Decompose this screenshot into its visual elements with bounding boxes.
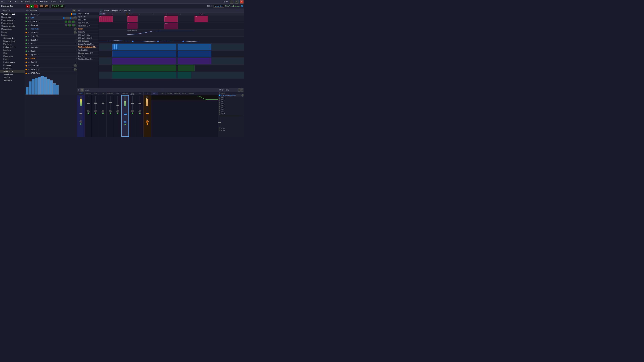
channel-row-closehat[interactable]: 8 Close..at #4 T <box>25 20 77 23</box>
knob[interactable] <box>74 31 77 34</box>
mixer-strip-kick[interactable] <box>92 95 99 137</box>
bpm-display[interactable]: 128.000 <box>38 4 50 8</box>
fx-radio-active[interactable] <box>219 94 220 96</box>
mixer-strip-wood[interactable] <box>129 95 136 137</box>
block-clap-1[interactable] <box>112 58 176 64</box>
instrument-sfx-cym[interactable]: SFX Cym Noisy <box>77 33 99 36</box>
step-btn[interactable] <box>73 24 74 26</box>
play-btn[interactable]: ▶ <box>30 4 34 8</box>
sidebar-item-plugin-presets[interactable]: Plugin presets <box>0 21 25 24</box>
fader-handle[interactable] <box>102 103 104 104</box>
fx-radio[interactable] <box>219 99 220 100</box>
sidebar-item-current-project[interactable]: Current project <box>0 12 25 15</box>
step-btn[interactable] <box>70 17 71 19</box>
channel-row-crash2[interactable]: 30 Crash #2 + <box>25 60 77 64</box>
block-clap-2[interactable] <box>178 58 211 64</box>
fader-handle-r2[interactable] <box>219 122 221 123</box>
fx-radio[interactable] <box>219 111 220 113</box>
step-btn[interactable] <box>74 24 76 26</box>
sidebar-item-project-bones[interactable]: Project bones <box>0 61 25 64</box>
block-vocaldist-1[interactable]: V... <box>128 23 138 29</box>
sidebar-item-rendered[interactable]: Rendered <box>0 67 25 70</box>
step-btn[interactable] <box>66 24 68 26</box>
step-btn[interactable] <box>66 17 67 19</box>
fx-radio[interactable] <box>219 97 220 98</box>
volume-knob[interactable] <box>94 110 97 113</box>
fx-radio[interactable] <box>219 109 220 111</box>
channel-row-noisembal[interactable]: 6 Nois..mbal T <box>25 45 77 49</box>
mixer-strip-bassline[interactable] <box>144 95 151 137</box>
step-btn[interactable] <box>71 17 72 19</box>
mixer-ch-wood[interactable]: Wood <box>158 92 166 95</box>
channel-rack-all-btn[interactable]: All <box>72 9 76 12</box>
volume-knob[interactable] <box>131 110 134 113</box>
fx-power-knob[interactable] <box>242 94 244 96</box>
menu-patterns[interactable]: PATTERNS <box>21 0 31 3</box>
instrument-fls-gun[interactable]: FLS_Gun 001 <box>77 21 99 24</box>
mixer-ch-hats2[interactable]: Hats 2 <box>151 92 158 95</box>
send-radio[interactable] <box>219 130 220 131</box>
step-btn[interactable] <box>72 21 73 23</box>
mixer-ch-master[interactable]: Master <box>77 92 84 95</box>
instrument-stomper[interactable]: Stomper Lazer SFX <box>77 52 99 55</box>
channel-row-toyhsfx[interactable]: 14 Toy..h SFX <box>25 53 77 57</box>
mixer-strip-kick2[interactable] <box>99 95 107 137</box>
instrument-sfx-8bit[interactable]: SFX 8bit Drop <box>77 39 99 42</box>
fader-handle[interactable] <box>109 102 112 103</box>
mixer-strip-clap[interactable] <box>114 95 122 137</box>
instrument-ma-const[interactable]: MA Constellations Sh.. <box>77 45 99 49</box>
instrument-crash[interactable]: Crash <box>77 27 99 30</box>
sidebar-item-my-projects[interactable]: My projects <box>0 55 25 58</box>
mixer-ch-ride[interactable]: Ride <box>136 92 144 95</box>
step-btn[interactable] <box>68 24 69 26</box>
instrument-open-hat[interactable]: Open Hat <box>77 15 99 18</box>
step-btn[interactable] <box>74 21 76 23</box>
instrument-ma-static[interactable]: MA StaticShock Retro.. <box>77 58 99 61</box>
channel-row-breakkick[interactable]: 4 Break Kick <box>25 27 77 31</box>
pan-handle[interactable] <box>132 40 134 42</box>
sidebar-item-channel-presets[interactable]: Channel presets <box>0 24 25 27</box>
fx-hat2[interactable]: Hat 2 <box>219 97 244 98</box>
fx-hat6[interactable]: Hat 6 <box>219 105 244 107</box>
sidebar-item-backup[interactable]: Backup <box>0 33 25 36</box>
volume-knob[interactable] <box>102 110 104 113</box>
instrument-toy-scritch[interactable]: Toy Scritch SFX <box>77 24 99 27</box>
sidebar-item-plugin-db[interactable]: Plugin database <box>0 18 25 21</box>
channel-row-ride1[interactable]: 6 Ride 1 T <box>25 42 77 45</box>
sidebar-item-recorded[interactable]: Recorded <box>0 64 25 67</box>
fx-none-1[interactable]: (none) <box>219 92 244 94</box>
minimize-btn[interactable]: ─ <box>230 0 234 3</box>
fx-eq[interactable]: Fruity parametric EQ 2 <box>219 94 244 96</box>
mixer-strip-breakkick[interactable] <box>107 95 114 137</box>
fx-hat4[interactable]: Hat 4 <box>219 101 244 103</box>
channel-row-sfxcoisy[interactable]: 39 SFX C..oisy <box>25 64 77 68</box>
stop-btn[interactable]: ■ <box>26 4 30 8</box>
step-btn[interactable] <box>68 21 69 23</box>
menu-edit[interactable]: EDIT <box>7 0 12 3</box>
fx-hat3[interactable]: Hat 3 <box>219 99 244 100</box>
block-vocal-2[interactable]: V... <box>128 16 138 22</box>
sidebar-item-speech[interactable]: Speech <box>0 76 25 79</box>
knob[interactable] <box>74 16 77 19</box>
channel-row[interactable]: 1 Sidec...gger <box>25 12 77 16</box>
instrument-toy-rip[interactable]: Toy Rip SFX <box>77 49 99 52</box>
volume-knob[interactable] <box>87 110 90 113</box>
block-vocaldist-2[interactable]: Vocal <box>164 23 178 29</box>
instrument-linn-tom[interactable]: Linn Tom <box>77 55 99 58</box>
step-btn[interactable] <box>72 24 73 26</box>
step-btn[interactable] <box>72 13 74 15</box>
block-openhat-1[interactable] <box>112 72 176 78</box>
mixer-strip-master[interactable] <box>77 95 84 137</box>
send-radio[interactable] <box>219 128 220 129</box>
menu-options[interactable]: OPTIONS <box>40 0 48 3</box>
fader-handle[interactable] <box>80 113 82 114</box>
volume-knob[interactable] <box>124 121 126 123</box>
sidebar-item-clipboard-files[interactable]: Clipboard files <box>0 36 25 39</box>
mixer-ch-hats[interactable]: Hats <box>144 92 151 95</box>
fx-radio[interactable] <box>219 103 220 105</box>
knob[interactable] <box>74 64 77 67</box>
menu-add[interactable]: ADD <box>14 0 19 3</box>
fader-handle[interactable] <box>124 114 126 115</box>
sidebar-item-scores[interactable]: Scores <box>0 30 25 33</box>
mixer-ch-clap[interactable]: Clap <box>114 92 122 95</box>
